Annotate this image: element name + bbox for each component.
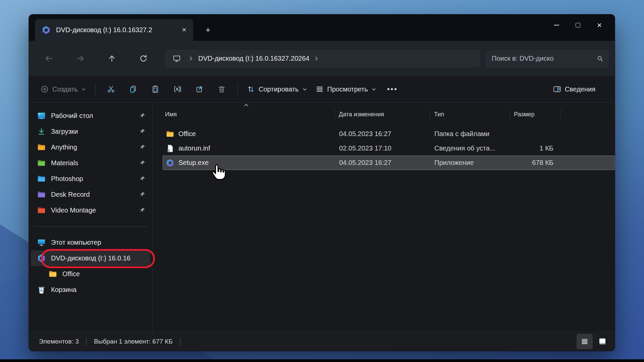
details-view-button[interactable] (577, 334, 593, 349)
sidebar-item-label: Загрузки (51, 128, 139, 135)
file-name: Office (178, 130, 196, 138)
sidebar-item-label: DVD-дисковод (I:) 16.0.16 (51, 254, 150, 262)
rename-button[interactable] (170, 80, 185, 98)
pin-icon (139, 176, 146, 182)
sidebar-item-desktop[interactable]: Рабочий стол (31, 108, 150, 124)
details-pane-button[interactable]: Сведения (549, 80, 603, 98)
sidebar-item-this-pc[interactable]: Этот компьютер (31, 235, 150, 250)
pin-icon (139, 191, 146, 198)
sidebar-item-label: Photoshop (51, 175, 139, 183)
more-options-button[interactable]: ••• (387, 85, 398, 94)
plus-circle-icon (40, 85, 49, 94)
rename-icon (173, 85, 182, 94)
forward-button[interactable] (70, 50, 90, 67)
sort-label: Сортировать (259, 85, 299, 93)
pin-icon (139, 128, 146, 135)
paste-button[interactable] (148, 80, 163, 98)
sidebar-item-photoshop[interactable]: Photoshop (31, 171, 150, 187)
create-button[interactable]: Создать (36, 80, 90, 98)
search-input[interactable] (492, 55, 596, 62)
sidebar-item-desk-record[interactable]: Desk Record (31, 187, 150, 202)
column-header-type[interactable]: Тип (430, 109, 510, 119)
file-row-office[interactable]: Office 04.05.2023 16:27 Папка с файлами (163, 127, 615, 141)
folder-icon (48, 269, 57, 279)
folder-icon (37, 143, 46, 152)
file-row-autorun[interactable]: autorun.inf 02.05.2023 17:10 Сведения об… (163, 141, 615, 156)
refresh-button[interactable] (133, 50, 153, 67)
column-header-size[interactable]: Размер (510, 109, 561, 119)
sort-icon (247, 85, 255, 94)
address-bar[interactable]: DVD-дисковод (I:) 16.0.16327.20264 (165, 50, 480, 67)
recycle-bin-icon (37, 285, 46, 294)
desktop: { "colors": { "accent_blue": "#4cc2ff", … (0, 0, 644, 362)
trash-icon (217, 85, 226, 94)
office-logo-icon (42, 25, 51, 35)
forward-icon (76, 54, 85, 63)
sidebar-item-downloads[interactable]: Загрузки (31, 124, 150, 139)
navigation-bar: DVD-дисковод (I:) 16.0.16327.20264 (29, 41, 615, 76)
file-rows: Office 04.05.2023 16:27 Папка с файлами (153, 127, 615, 170)
copy-button[interactable] (126, 80, 141, 98)
pin-icon (139, 113, 146, 119)
maximize-button[interactable] (567, 18, 589, 33)
content-view-icon (598, 337, 607, 346)
create-label: Создать (52, 85, 78, 93)
up-button[interactable] (102, 50, 121, 67)
explorer-content: Рабочий стол Загрузки Anything (29, 103, 615, 332)
new-tab-button[interactable]: + (201, 23, 215, 37)
search-box[interactable] (486, 50, 609, 67)
column-header-name[interactable]: Имя (163, 109, 335, 119)
status-separator (86, 338, 87, 345)
chevron-down-icon (81, 87, 86, 92)
sidebar-item-video-montage[interactable]: Video Montage (31, 202, 150, 218)
sidebar-item-recycle-bin[interactable]: Корзина (31, 282, 150, 298)
details-pane-label: Сведения (565, 85, 595, 93)
view-button[interactable]: Просмотреть (311, 80, 380, 98)
content-view-button[interactable] (594, 334, 610, 349)
breadcrumb-segment[interactable]: DVD-дисковод (I:) 16.0.16327.20264 (198, 55, 309, 62)
share-icon (195, 85, 204, 94)
sidebar-item-anything[interactable]: Anything (31, 139, 150, 155)
file-date: 04.05.2023 16:27 (335, 159, 430, 167)
sidebar-item-office-folder[interactable]: Office (31, 266, 150, 282)
sidebar-item-materials[interactable]: Materials (31, 155, 150, 171)
back-button[interactable] (39, 50, 58, 67)
office-logo-icon (166, 159, 174, 167)
folder-icon (166, 130, 174, 138)
tab-close-button[interactable]: ✕ (178, 24, 190, 36)
setup-info-file-icon (166, 144, 174, 153)
breadcrumb-chevron-icon (184, 56, 198, 61)
copy-icon (129, 85, 138, 94)
sidebar-item-label: Desk Record (51, 191, 139, 198)
breadcrumb-chevron-icon (309, 56, 324, 61)
this-pc-icon (172, 54, 181, 63)
maximize-icon (576, 23, 580, 27)
close-button[interactable]: ✕ (589, 18, 610, 33)
folder-icon (37, 174, 46, 183)
minimize-button[interactable] (546, 18, 567, 33)
sidebar-item-label: Корзина (51, 286, 150, 294)
selection-summary: Выбран 1 элемент: 677 КБ (94, 338, 173, 345)
cut-icon (107, 85, 115, 94)
refresh-icon (139, 54, 148, 63)
sort-button[interactable]: Сортировать (243, 80, 311, 98)
file-list: Имя Дата изменения Тип Размер Office 04.… (153, 103, 615, 332)
column-header-date[interactable]: Дата изменения (335, 109, 430, 119)
file-row-setup-selected[interactable]: Setup.exe 04.05.2023 16:27 Приложение 67… (163, 156, 615, 170)
back-icon (44, 54, 53, 63)
file-type: Папка с файлами (430, 130, 510, 138)
sidebar-item-label: Video Montage (51, 206, 139, 214)
file-explorer-window: DVD-дисковод (I:) 16.0.16327.2 ✕ + ✕ (29, 14, 615, 351)
pin-icon (139, 160, 146, 166)
sidebar-item-dvd-drive[interactable]: DVD-дисковод (I:) 16.0.16 (31, 250, 150, 266)
explorer-tab[interactable]: DVD-дисковод (I:) 16.0.16327.2 ✕ (35, 19, 193, 41)
office-logo-icon (37, 254, 46, 263)
cut-button[interactable] (104, 80, 118, 98)
sidebar-divider (34, 226, 147, 227)
sort-ascending-indicator (244, 104, 249, 107)
folder-icon (37, 206, 46, 215)
share-button[interactable] (192, 80, 207, 98)
delete-button[interactable] (214, 80, 229, 98)
sidebar-item-label: Anything (51, 143, 139, 151)
sidebar-item-label: Office (62, 270, 150, 278)
